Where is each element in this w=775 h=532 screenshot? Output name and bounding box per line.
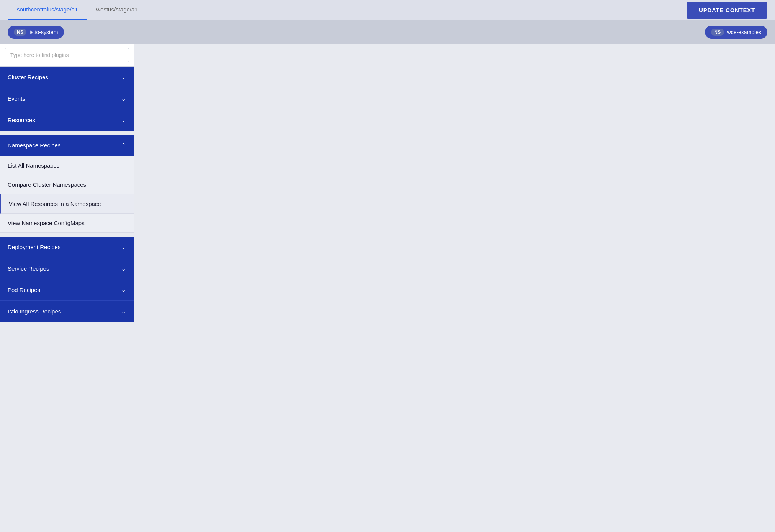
section-label-events: Events xyxy=(8,95,25,102)
sidebar-section-pod-recipes[interactable]: Pod Recipes ⌄ xyxy=(0,279,134,301)
section-label-namespace-recipes: Namespace Recipes xyxy=(8,142,60,149)
tab-southcentralus[interactable]: southcentralus/stage/a1 xyxy=(8,0,87,20)
top-bar: southcentralus/stage/a1 westus/stage/a1 … xyxy=(0,0,775,20)
section-label-service-recipes: Service Recipes xyxy=(8,265,49,272)
chevron-down-icon: ⌄ xyxy=(121,243,126,251)
section-label-istio-ingress-recipes: Istio Ingress Recipes xyxy=(8,308,61,315)
chevron-down-icon: ⌄ xyxy=(121,308,126,315)
sidebar-item-compare-cluster-namespaces[interactable]: Compare Cluster Namespaces xyxy=(0,175,134,194)
namespace-bar: NS istio-system NS wce-examples xyxy=(0,20,775,44)
sidebar-section-service-recipes[interactable]: Service Recipes ⌄ xyxy=(0,258,134,279)
main-layout: Cluster Recipes ⌄ Events ⌄ Resources ⌄ N… xyxy=(0,44,775,530)
ns-label-istio: istio-system xyxy=(29,29,58,35)
content-area xyxy=(134,44,775,530)
chevron-down-icon: ⌄ xyxy=(121,95,126,102)
ns-badge-istio: NS xyxy=(14,29,26,36)
search-box xyxy=(0,44,134,67)
chevron-up-icon: ⌃ xyxy=(121,142,126,149)
sidebar-section-events[interactable]: Events ⌄ xyxy=(0,88,134,109)
ns-pill-wce-examples[interactable]: NS wce-examples xyxy=(705,26,767,39)
section-label-deployment-recipes: Deployment Recipes xyxy=(8,244,60,250)
sidebar-section-cluster-recipes[interactable]: Cluster Recipes ⌄ xyxy=(0,67,134,88)
chevron-down-icon: ⌄ xyxy=(121,286,126,294)
sidebar-item-list-all-namespaces[interactable]: List All Namespaces xyxy=(0,156,134,175)
ns-pill-istio-system[interactable]: NS istio-system xyxy=(8,26,64,39)
sidebar-item-view-all-resources[interactable]: View All Resources in a Namespace xyxy=(0,194,134,214)
tab-westus[interactable]: westus/stage/a1 xyxy=(87,0,147,20)
sidebar-gap-1 xyxy=(0,131,134,135)
chevron-down-icon: ⌄ xyxy=(121,116,126,124)
sidebar-section-istio-ingress-recipes[interactable]: Istio Ingress Recipes ⌄ xyxy=(0,301,134,322)
chevron-down-icon: ⌄ xyxy=(121,265,126,272)
sidebar-section-namespace-recipes[interactable]: Namespace Recipes ⌃ xyxy=(0,135,134,156)
chevron-down-icon: ⌄ xyxy=(121,73,126,81)
sidebar: Cluster Recipes ⌄ Events ⌄ Resources ⌄ N… xyxy=(0,44,134,530)
sidebar-item-view-namespace-configmaps[interactable]: View Namespace ConfigMaps xyxy=(0,214,134,233)
ns-badge-wce: NS xyxy=(711,29,724,36)
ns-label-wce: wce-examples xyxy=(727,29,761,35)
section-label-resources: Resources xyxy=(8,117,35,123)
search-input[interactable] xyxy=(5,48,129,62)
update-context-button[interactable]: UPDATE CONTEXT xyxy=(687,2,767,19)
section-label-pod-recipes: Pod Recipes xyxy=(8,287,40,293)
sidebar-section-resources[interactable]: Resources ⌄ xyxy=(0,109,134,131)
sidebar-section-deployment-recipes[interactable]: Deployment Recipes ⌄ xyxy=(0,237,134,258)
sidebar-gap-2 xyxy=(0,233,134,237)
section-label-cluster-recipes: Cluster Recipes xyxy=(8,74,48,80)
